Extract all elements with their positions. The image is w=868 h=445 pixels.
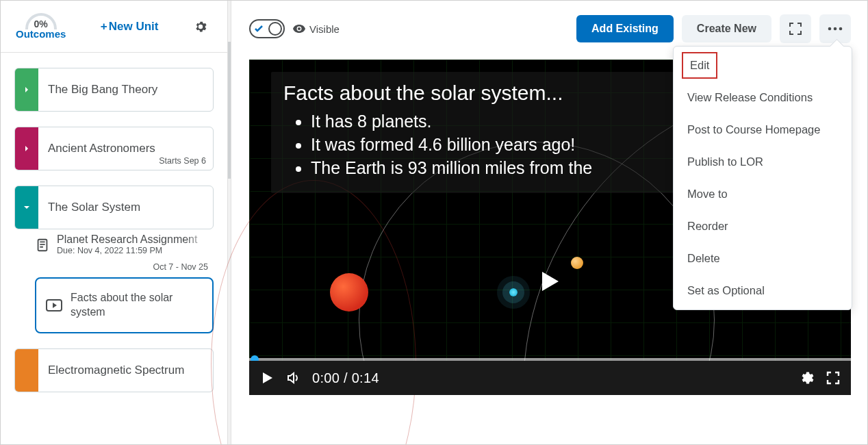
planet-decoration xyxy=(330,273,368,312)
gauge-icon: 0% xyxy=(25,13,57,29)
unit-ancient-astronomers[interactable]: Ancient Astronomers Starts Sep 6 xyxy=(14,127,214,170)
assignment-title: Planet Research Assignment xyxy=(57,233,208,246)
volume-icon[interactable] xyxy=(286,371,300,385)
unit-children: Planet Research Assignment Due: Nov 4, 2… xyxy=(14,232,214,333)
visibility-toggle[interactable] xyxy=(249,19,285,38)
video-time: 0:00 / 0:14 xyxy=(312,370,379,386)
planet-decoration xyxy=(571,257,583,269)
unit-title: The Big Bang Theory xyxy=(48,83,203,97)
document-icon xyxy=(35,238,50,253)
plus-icon: + xyxy=(101,20,107,34)
outcomes-percent: 0% xyxy=(25,18,57,29)
content-item-selected[interactable]: Facts about the solar system xyxy=(35,277,214,333)
menu-edit[interactable]: Edit xyxy=(682,52,717,79)
gear-icon[interactable] xyxy=(193,19,208,34)
visible-label: Visible xyxy=(309,23,340,35)
menu-move-to[interactable]: Move to xyxy=(674,178,852,210)
unit-title: Ancient Astronomers xyxy=(48,142,203,155)
unit-title: The Solar System xyxy=(48,201,203,214)
chevron-right-icon xyxy=(23,145,30,152)
add-existing-button[interactable]: Add Existing xyxy=(576,15,674,42)
new-unit-label: New Unit xyxy=(109,20,159,34)
outcomes-button[interactable]: 0% Outcomes xyxy=(16,13,66,40)
menu-set-as-optional[interactable]: Set as Optional xyxy=(674,275,852,307)
more-actions-menu: Edit View Release Conditions Post to Cou… xyxy=(673,46,852,310)
video-icon xyxy=(46,299,62,312)
create-new-button[interactable]: Create New xyxy=(682,15,771,42)
unit-title: Electromagnetic Spectrum xyxy=(48,364,203,377)
chevron-down-icon xyxy=(23,204,30,211)
menu-view-release-conditions[interactable]: View Release Conditions xyxy=(674,81,852,114)
more-actions-button[interactable] xyxy=(819,14,851,43)
chevron-right-icon xyxy=(23,86,30,93)
settings-icon[interactable] xyxy=(800,371,814,385)
visibility-label-wrap: Visible xyxy=(293,23,340,35)
assignment-dates: Oct 7 - Nov 25 xyxy=(28,262,214,272)
unit-subtitle: Starts Sep 6 xyxy=(159,156,206,166)
unit-handle xyxy=(15,349,38,392)
menu-publish-to-lor[interactable]: Publish to LOR xyxy=(674,146,852,178)
assignment-item[interactable]: Planet Research Assignment Due: Nov 4, 2… xyxy=(28,232,214,258)
menu-post-to-homepage[interactable]: Post to Course Homepage xyxy=(674,114,852,146)
svg-point-2 xyxy=(828,27,832,31)
unit-handle xyxy=(15,68,38,111)
svg-point-4 xyxy=(839,27,843,31)
fullscreen-button[interactable] xyxy=(780,14,811,43)
video-controls: 0:00 / 0:14 xyxy=(249,361,851,395)
menu-reorder[interactable]: Reorder xyxy=(674,210,852,242)
toggle-knob xyxy=(268,22,282,36)
sidebar-header: 0% Outcomes + New Unit xyxy=(1,1,227,53)
main-content: Visible Add Existing Create New Edit Vie… xyxy=(231,1,867,444)
unit-solar-system[interactable]: The Solar System xyxy=(14,186,214,229)
menu-delete[interactable]: Delete xyxy=(674,242,852,275)
unit-handle xyxy=(15,127,38,170)
planet-decoration xyxy=(509,288,518,296)
svg-point-3 xyxy=(834,27,837,31)
new-unit-button[interactable]: + New Unit xyxy=(101,20,159,34)
content-item-title: Facts about the solar system xyxy=(71,291,203,320)
assignment-due: Due: Nov 4, 2022 11:59 PM xyxy=(57,246,208,255)
expand-icon xyxy=(789,22,802,36)
unit-big-bang[interactable]: The Big Bang Theory xyxy=(14,68,214,112)
play-overlay-icon[interactable] xyxy=(542,272,559,291)
eye-icon xyxy=(293,24,305,34)
check-icon xyxy=(254,24,264,34)
unit-list: The Big Bang Theory Ancient Astronomers … xyxy=(1,53,227,444)
fullscreen-icon[interactable] xyxy=(826,371,840,385)
toolbar: Visible Add Existing Create New xyxy=(231,1,867,51)
outcomes-label: Outcomes xyxy=(16,28,66,40)
unit-handle xyxy=(15,186,38,229)
scrollbar-thumb[interactable] xyxy=(228,42,231,179)
sidebar: 0% Outcomes + New Unit The Big Bang Theo… xyxy=(1,1,227,444)
ellipsis-icon xyxy=(828,27,843,31)
unit-em-spectrum[interactable]: Electromagnetic Spectrum xyxy=(14,348,214,392)
play-icon[interactable] xyxy=(260,371,274,385)
